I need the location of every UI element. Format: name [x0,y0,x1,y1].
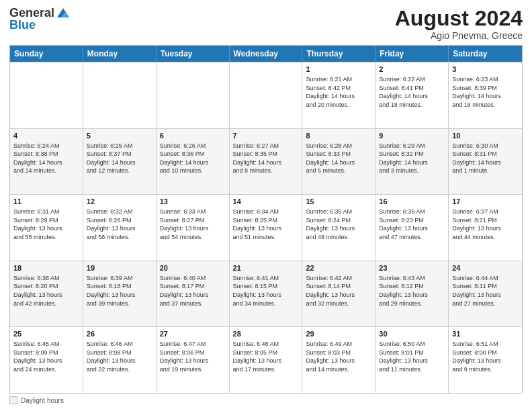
day-number: 28 [233,329,299,339]
day-info: Sunrise: 6:38 AM Sunset: 8:20 PM Dayligh… [13,274,79,308]
day-info: Sunrise: 6:27 AM Sunset: 8:35 PM Dayligh… [233,142,299,175]
day-cell: 19Sunrise: 6:39 AM Sunset: 8:18 PM Dayli… [83,261,157,327]
day-cell: 9Sunrise: 6:29 AM Sunset: 8:32 PM Daylig… [375,129,449,195]
day-info: Sunrise: 6:41 AM Sunset: 8:15 PM Dayligh… [233,274,299,308]
day-cell: 4Sunrise: 6:24 AM Sunset: 8:38 PM Daylig… [10,129,83,195]
day-info: Sunrise: 6:30 AM Sunset: 8:31 PM Dayligh… [452,142,519,175]
week-3: 11Sunrise: 6:31 AM Sunset: 8:29 PM Dayli… [10,194,522,261]
subtitle: Agio Pnevma, Greece [395,30,523,41]
day-header-monday: Monday [83,46,157,62]
day-cell: 25Sunrise: 6:45 AM Sunset: 8:09 PM Dayli… [10,327,83,393]
day-headers: SundayMondayTuesdayWednesdayThursdayFrid… [10,46,522,62]
day-info: Sunrise: 6:45 AM Sunset: 8:09 PM Dayligh… [13,340,79,373]
day-info: Sunrise: 6:33 AM Sunset: 8:27 PM Dayligh… [160,208,226,241]
footer: Daylight hours [9,396,523,404]
week-1: 1Sunrise: 6:21 AM Sunset: 8:42 PM Daylig… [10,62,522,128]
day-cell: 13Sunrise: 6:33 AM Sunset: 8:27 PM Dayli… [157,195,230,261]
day-number: 8 [306,131,371,141]
day-header-saturday: Saturday [449,46,522,62]
day-info: Sunrise: 6:44 AM Sunset: 8:11 PM Dayligh… [452,274,519,308]
day-info: Sunrise: 6:31 AM Sunset: 8:29 PM Dayligh… [13,208,79,241]
day-number: 13 [160,197,226,207]
day-info: Sunrise: 6:51 AM Sunset: 8:00 PM Dayligh… [452,340,519,373]
day-info: Sunrise: 6:28 AM Sunset: 8:33 PM Dayligh… [306,142,371,175]
day-number: 24 [452,263,519,273]
day-number: 10 [452,131,519,141]
day-cell [230,62,303,128]
day-cell: 2Sunrise: 6:22 AM Sunset: 8:41 PM Daylig… [375,62,449,128]
day-number: 4 [13,131,79,141]
day-number: 20 [160,263,226,273]
footer-daylight-box [9,396,17,404]
day-number: 16 [379,197,445,207]
day-number: 31 [452,329,519,339]
day-cell: 18Sunrise: 6:38 AM Sunset: 8:20 PM Dayli… [10,261,83,327]
day-cell: 6Sunrise: 6:26 AM Sunset: 8:36 PM Daylig… [157,129,230,195]
day-number: 7 [233,131,299,141]
day-info: Sunrise: 6:36 AM Sunset: 8:23 PM Dayligh… [379,208,445,241]
day-number: 22 [306,263,371,273]
day-info: Sunrise: 6:23 AM Sunset: 8:39 PM Dayligh… [452,75,519,109]
day-info: Sunrise: 6:47 AM Sunset: 8:06 PM Dayligh… [160,340,226,373]
day-number: 11 [13,197,79,207]
day-info: Sunrise: 6:29 AM Sunset: 8:32 PM Dayligh… [379,142,445,175]
day-cell: 31Sunrise: 6:51 AM Sunset: 8:00 PM Dayli… [449,327,522,393]
day-cell: 11Sunrise: 6:31 AM Sunset: 8:29 PM Dayli… [10,195,83,261]
week-5: 25Sunrise: 6:45 AM Sunset: 8:09 PM Dayli… [10,326,522,393]
day-info: Sunrise: 6:48 AM Sunset: 8:05 PM Dayligh… [233,340,299,373]
day-number: 14 [233,197,299,207]
day-cell: 30Sunrise: 6:50 AM Sunset: 8:01 PM Dayli… [375,327,449,393]
day-cell: 20Sunrise: 6:40 AM Sunset: 8:17 PM Dayli… [157,261,230,327]
day-cell: 12Sunrise: 6:32 AM Sunset: 8:28 PM Dayli… [83,195,157,261]
day-cell: 16Sunrise: 6:36 AM Sunset: 8:23 PM Dayli… [375,195,449,261]
title-block: August 2024 Agio Pnevma, Greece [395,7,523,41]
day-info: Sunrise: 6:40 AM Sunset: 8:17 PM Dayligh… [160,274,226,308]
day-cell: 27Sunrise: 6:47 AM Sunset: 8:06 PM Dayli… [157,327,230,393]
day-header-wednesday: Wednesday [230,46,303,62]
day-info: Sunrise: 6:34 AM Sunset: 8:25 PM Dayligh… [233,208,299,241]
week-4: 18Sunrise: 6:38 AM Sunset: 8:20 PM Dayli… [10,261,522,327]
day-number: 17 [452,197,519,207]
day-info: Sunrise: 6:37 AM Sunset: 8:21 PM Dayligh… [452,208,519,241]
day-number: 23 [379,263,445,273]
day-info: Sunrise: 6:43 AM Sunset: 8:12 PM Dayligh… [379,274,445,308]
day-cell: 10Sunrise: 6:30 AM Sunset: 8:31 PM Dayli… [449,129,522,195]
day-number: 21 [233,263,299,273]
header: General Blue August 2024 Agio Pnevma, Gr… [9,7,523,41]
day-cell: 21Sunrise: 6:41 AM Sunset: 8:15 PM Dayli… [230,261,303,327]
day-cell: 1Sunrise: 6:21 AM Sunset: 8:42 PM Daylig… [302,62,375,128]
day-cell: 7Sunrise: 6:27 AM Sunset: 8:35 PM Daylig… [230,129,303,195]
day-cell: 17Sunrise: 6:37 AM Sunset: 8:21 PM Dayli… [449,195,522,261]
day-number: 29 [306,329,371,339]
logo-icon [56,7,71,19]
day-cell: 29Sunrise: 6:49 AM Sunset: 8:03 PM Dayli… [302,327,375,393]
day-header-tuesday: Tuesday [157,46,230,62]
day-cell: 22Sunrise: 6:42 AM Sunset: 8:14 PM Dayli… [302,261,375,327]
page: General Blue August 2024 Agio Pnevma, Gr… [0,0,532,411]
day-info: Sunrise: 6:22 AM Sunset: 8:41 PM Dayligh… [379,75,445,109]
day-cell: 23Sunrise: 6:43 AM Sunset: 8:12 PM Dayli… [375,261,449,327]
day-header-sunday: Sunday [10,46,83,62]
day-number: 25 [13,329,79,339]
day-cell: 15Sunrise: 6:35 AM Sunset: 8:24 PM Dayli… [302,195,375,261]
day-number: 26 [87,329,152,339]
weeks: 1Sunrise: 6:21 AM Sunset: 8:42 PM Daylig… [10,62,522,393]
week-2: 4Sunrise: 6:24 AM Sunset: 8:38 PM Daylig… [10,128,522,195]
day-info: Sunrise: 6:26 AM Sunset: 8:36 PM Dayligh… [160,142,226,175]
day-info: Sunrise: 6:42 AM Sunset: 8:14 PM Dayligh… [306,274,371,308]
logo-text: General Blue [9,7,71,32]
day-cell: 14Sunrise: 6:34 AM Sunset: 8:25 PM Dayli… [230,195,303,261]
day-header-thursday: Thursday [302,46,375,62]
day-number: 9 [379,131,445,141]
day-info: Sunrise: 6:49 AM Sunset: 8:03 PM Dayligh… [306,340,371,373]
calendar: SundayMondayTuesdayWednesdayThursdayFrid… [9,45,523,394]
day-cell [157,62,230,128]
day-number: 1 [306,64,371,75]
day-cell: 28Sunrise: 6:48 AM Sunset: 8:05 PM Dayli… [230,327,303,393]
day-cell: 8Sunrise: 6:28 AM Sunset: 8:33 PM Daylig… [302,129,375,195]
day-info: Sunrise: 6:35 AM Sunset: 8:24 PM Dayligh… [306,208,371,241]
day-info: Sunrise: 6:21 AM Sunset: 8:42 PM Dayligh… [306,75,371,109]
day-info: Sunrise: 6:39 AM Sunset: 8:18 PM Dayligh… [87,274,152,308]
day-info: Sunrise: 6:24 AM Sunset: 8:38 PM Dayligh… [13,142,79,175]
day-cell: 3Sunrise: 6:23 AM Sunset: 8:39 PM Daylig… [449,62,522,128]
